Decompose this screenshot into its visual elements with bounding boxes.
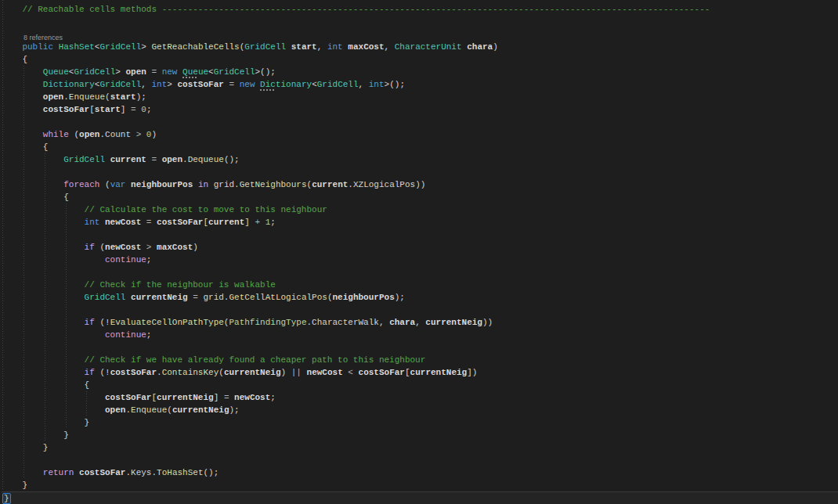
code-token: if xyxy=(2,318,99,327)
code-token: GridCell xyxy=(214,67,255,77)
code-token: maxCost xyxy=(157,243,193,252)
code-line[interactable]: // Calculate the cost to move to this ne… xyxy=(2,203,838,216)
code-line[interactable]: if (!EvaluateCellOnPathType(PathfindingT… xyxy=(2,316,838,329)
code-token: currentNeig xyxy=(410,368,468,377)
code-token: ( xyxy=(167,405,172,415)
code-token: >(); xyxy=(255,67,276,77)
code-token: (); xyxy=(204,468,219,477)
code-line[interactable]: GridCell current = open.Dequeue(); xyxy=(2,153,838,166)
code-line[interactable]: open.Enqueue(start); xyxy=(2,91,838,103)
code-line[interactable]: if (!costSoFar.ContainsKey(currentNeig) … xyxy=(2,366,838,379)
code-line[interactable]: foreach (var neighbourPos in grid.GetNei… xyxy=(2,178,838,191)
code-line[interactable]: costSoFar[start] = 0; xyxy=(2,103,838,116)
code-token: int xyxy=(369,80,385,89)
code-token: currentNeig xyxy=(425,318,482,327)
code-token: Keys xyxy=(131,468,151,477)
code-token: ( xyxy=(327,293,333,302)
code-line[interactable]: { xyxy=(2,379,838,391)
code-token: GridCell xyxy=(2,293,125,302)
code-line[interactable]: int newCost = costSoFar[current] + 1; xyxy=(2,216,838,229)
code-token: GetReachableCells xyxy=(151,42,239,52)
code-token: GridCell xyxy=(74,67,115,77)
code-token: PathfindingType xyxy=(229,318,306,327)
code-token: , xyxy=(317,42,327,52)
code-line[interactable]: } xyxy=(2,416,838,429)
code-token: tionary xyxy=(276,80,312,89)
code-line[interactable]: if (newCost > maxCost) xyxy=(2,241,838,254)
code-line[interactable] xyxy=(2,229,838,241)
code-token: , xyxy=(415,318,425,327)
code-line[interactable]: continue; xyxy=(2,329,838,341)
code-token: newCost xyxy=(105,243,141,252)
code-token: costSoFar xyxy=(110,368,157,377)
code-token: GetNeighbours xyxy=(240,180,307,189)
code-line[interactable]: { xyxy=(2,141,838,153)
code-token: .Count xyxy=(99,130,131,139)
code-line-current[interactable]: } xyxy=(2,491,838,504)
code-token: EvaluateCellOnPathType xyxy=(110,318,224,327)
code-line[interactable]: costSoFar[currentNeig] = newCost; xyxy=(2,391,838,404)
code-token: Queue xyxy=(2,67,69,77)
code-line[interactable]: Queue<GridCell> open = new Queue<GridCel… xyxy=(2,66,838,78)
code-line[interactable] xyxy=(2,116,838,128)
code-editor[interactable]: // Reachable cells methods -------------… xyxy=(0,0,838,504)
code-line[interactable]: return costSoFar.Keys.ToHashSet(); xyxy=(2,466,838,479)
code-line[interactable]: continue; xyxy=(2,254,838,266)
code-line[interactable] xyxy=(2,16,838,28)
code-token: GridCell xyxy=(99,42,141,52)
code-token: ]) xyxy=(467,368,477,377)
code-token: , xyxy=(385,42,395,52)
code-token: newCost xyxy=(99,218,141,227)
code-line[interactable]: } xyxy=(2,441,838,454)
code-token: current xyxy=(105,155,146,164)
code-token: in xyxy=(193,180,213,189)
code-token: ; xyxy=(270,218,276,227)
code-token: Enqueue xyxy=(131,405,167,415)
code-line[interactable]: GridCell currentNeig = grid.GetCellAtLog… xyxy=(2,291,838,304)
code-token: { xyxy=(2,142,48,152)
code-line[interactable]: } xyxy=(2,429,838,441)
code-token: var xyxy=(110,180,126,189)
code-token: open xyxy=(162,155,182,164)
code-token: = xyxy=(224,80,240,89)
code-token: continue xyxy=(2,255,146,265)
code-line[interactable]: { xyxy=(2,53,838,66)
code-token: foreach xyxy=(2,180,105,189)
code-token: ); xyxy=(395,293,405,302)
code-line[interactable] xyxy=(2,304,838,316)
code-token: >(); xyxy=(385,80,405,89)
codelens-references[interactable]: 8 references xyxy=(2,28,838,41)
code-token: int xyxy=(2,218,99,227)
code-line[interactable]: // Check if we have already found a chea… xyxy=(2,354,838,366)
code-token: grid. xyxy=(203,293,229,302)
code-token: start xyxy=(286,42,317,52)
code-line[interactable]: Dictionary<GridCell, int> costSoFar = ne… xyxy=(2,78,838,91)
code-line[interactable]: public HashSet<GridCell> GetReachableCel… xyxy=(2,41,838,53)
code-token: Que xyxy=(182,67,198,77)
code-token: if xyxy=(2,243,99,252)
code-token: current xyxy=(312,180,348,189)
code-token: // Reachable cells methods -------------… xyxy=(2,5,710,14)
code-token: (! xyxy=(99,368,110,377)
code-line[interactable]: // Check if the neighbour is walkable xyxy=(2,279,838,291)
code-line[interactable]: } xyxy=(2,479,838,491)
code-line[interactable] xyxy=(2,166,838,178)
code-token: currentNeig xyxy=(172,405,229,415)
code-token: } xyxy=(2,443,48,452)
code-line[interactable]: // Reachable cells methods -------------… xyxy=(2,3,838,16)
code-token: Dictionary xyxy=(2,80,95,89)
code-line[interactable] xyxy=(2,454,838,466)
code-token: ; xyxy=(146,255,152,265)
code-line[interactable]: while (open.Count > 0) xyxy=(2,128,838,141)
code-token: neighbourPos xyxy=(333,293,395,302)
code-token: || xyxy=(286,368,306,377)
code-line[interactable]: open.Enqueue(currentNeig); xyxy=(2,404,838,416)
code-token: ( xyxy=(105,180,110,189)
code-token: while xyxy=(2,130,74,139)
code-line[interactable] xyxy=(2,341,838,354)
code-token: GridCell xyxy=(244,42,286,52)
code-token: < xyxy=(312,80,317,89)
code-line[interactable]: { xyxy=(2,191,838,203)
code-line[interactable] xyxy=(2,266,838,279)
code-token: . xyxy=(182,155,188,164)
